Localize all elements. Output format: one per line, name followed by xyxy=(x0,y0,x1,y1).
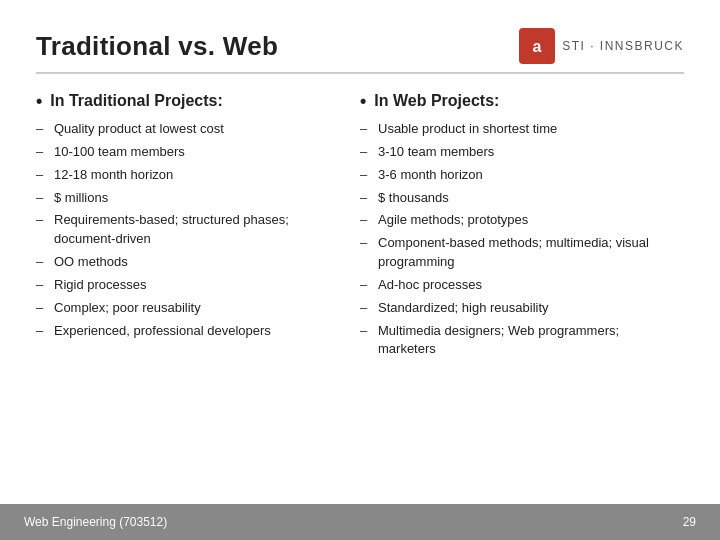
sti-logo-icon: a xyxy=(519,28,555,64)
list-item: –Complex; poor reusability xyxy=(36,299,342,318)
dash-icon: – xyxy=(360,189,374,208)
dash-icon: – xyxy=(360,299,374,318)
dash-icon: – xyxy=(360,211,374,230)
slide-header: Traditional vs. Web a STI · INNSBRUCK xyxy=(36,28,684,64)
traditional-header-text: In Traditional Projects: xyxy=(50,92,222,110)
list-item: –10-100 team members xyxy=(36,143,342,162)
slide-title: Traditional vs. Web xyxy=(36,31,278,62)
list-item: –12-18 month horizon xyxy=(36,166,342,185)
item-text: OO methods xyxy=(54,253,128,272)
item-text: Quality product at lowest cost xyxy=(54,120,224,139)
footer-page-number: 29 xyxy=(683,515,696,529)
web-column: • In Web Projects: –Usable product in sh… xyxy=(360,92,684,363)
dash-icon: – xyxy=(36,299,50,318)
list-item: –3-10 team members xyxy=(360,143,666,162)
dash-icon: – xyxy=(36,143,50,162)
dash-icon: – xyxy=(36,120,50,139)
dash-icon: – xyxy=(36,211,50,230)
dash-icon: – xyxy=(360,276,374,295)
item-text: Requirements-based; structured phases; d… xyxy=(54,211,342,249)
list-item: –Requirements-based; structured phases; … xyxy=(36,211,342,249)
content-area: • In Traditional Projects: –Quality prod… xyxy=(36,92,684,363)
dash-icon: – xyxy=(36,276,50,295)
dash-icon: – xyxy=(36,322,50,341)
item-text: Complex; poor reusability xyxy=(54,299,201,318)
web-bullet: • xyxy=(360,92,366,110)
item-text: Usable product in shortest time xyxy=(378,120,557,139)
item-text: 3-6 month horizon xyxy=(378,166,483,185)
list-item: –Quality product at lowest cost xyxy=(36,120,342,139)
logo-text: STI · INNSBRUCK xyxy=(562,39,684,53)
item-text: Standardized; high reusability xyxy=(378,299,549,318)
dash-icon: – xyxy=(36,253,50,272)
item-text: Multimedia designers; Web programmers; m… xyxy=(378,322,666,360)
item-text: Rigid processes xyxy=(54,276,147,295)
list-item: –$ millions xyxy=(36,189,342,208)
traditional-bullet: • xyxy=(36,92,42,110)
item-text: Ad-hoc processes xyxy=(378,276,482,295)
dash-icon: – xyxy=(360,166,374,185)
item-text: 12-18 month horizon xyxy=(54,166,173,185)
dash-icon: – xyxy=(360,143,374,162)
svg-text:a: a xyxy=(533,38,542,55)
header-divider xyxy=(36,72,684,74)
item-text: Component-based methods; multimedia; vis… xyxy=(378,234,666,272)
list-item: –Agile methods; prototypes xyxy=(360,211,666,230)
slide: Traditional vs. Web a STI · INNSBRUCK • … xyxy=(0,0,720,540)
traditional-column: • In Traditional Projects: –Quality prod… xyxy=(36,92,360,344)
item-text: $ thousands xyxy=(378,189,449,208)
web-header-text: In Web Projects: xyxy=(374,92,499,110)
list-item: –Rigid processes xyxy=(36,276,342,295)
logo-area: a STI · INNSBRUCK xyxy=(519,28,684,64)
dash-icon: – xyxy=(36,189,50,208)
list-item: –Standardized; high reusability xyxy=(360,299,666,318)
item-text: Experienced, professional developers xyxy=(54,322,271,341)
list-item: –Usable product in shortest time xyxy=(360,120,666,139)
item-text: 10-100 team members xyxy=(54,143,185,162)
list-item: –OO methods xyxy=(36,253,342,272)
footer-course-label: Web Engineering (703512) xyxy=(24,515,167,529)
web-column-header: • In Web Projects: xyxy=(360,92,666,110)
web-items-list: –Usable product in shortest time –3-10 t… xyxy=(360,120,666,359)
list-item: –Experienced, professional developers xyxy=(36,322,342,341)
item-text: Agile methods; prototypes xyxy=(378,211,528,230)
list-item: –Ad-hoc processes xyxy=(360,276,666,295)
list-item: –Multimedia designers; Web programmers; … xyxy=(360,322,666,360)
dash-icon: – xyxy=(36,166,50,185)
traditional-column-header: • In Traditional Projects: xyxy=(36,92,342,110)
traditional-items-list: –Quality product at lowest cost –10-100 … xyxy=(36,120,342,340)
list-item: –Component-based methods; multimedia; vi… xyxy=(360,234,666,272)
dash-icon: – xyxy=(360,234,374,253)
slide-footer: Web Engineering (703512) 29 xyxy=(0,504,720,540)
list-item: –$ thousands xyxy=(360,189,666,208)
item-text: $ millions xyxy=(54,189,108,208)
list-item: –3-6 month horizon xyxy=(360,166,666,185)
dash-icon: – xyxy=(360,120,374,139)
dash-icon: – xyxy=(360,322,374,341)
item-text: 3-10 team members xyxy=(378,143,494,162)
